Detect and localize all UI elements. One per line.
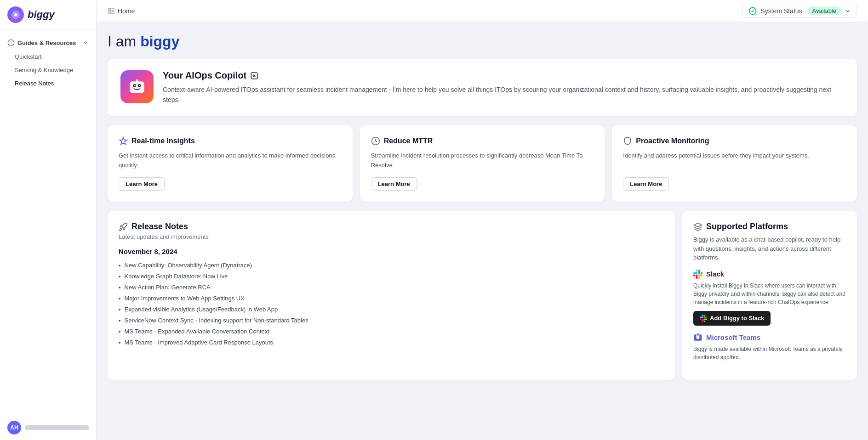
system-status-label: System Status: — [760, 7, 804, 15]
platforms-subtitle: Biggy is available as a chat-based copil… — [693, 235, 846, 262]
svg-rect-10 — [130, 81, 144, 93]
rocket-icon — [119, 222, 128, 231]
svg-point-13 — [134, 85, 136, 86]
nav-section-label: Guides & Resources — [17, 39, 76, 46]
user-name — [25, 425, 89, 430]
release-date: November 8, 2024 — [119, 248, 664, 255]
sidebar-item-quickstart[interactable]: Quickstart — [0, 50, 96, 63]
list-item: New Capability: Observability Agent (Dyn… — [119, 260, 664, 271]
list-item: Knowledge Graph Datastore: Now Live — [119, 271, 664, 282]
list-item: MS Teams - Expanded Available Conversati… — [119, 326, 664, 337]
list-item: ServiceNow Context Sync - Indexing suppo… — [119, 315, 664, 326]
release-notes-subtitle: Latest updates and improvements — [119, 233, 664, 240]
feature-monitoring-learn-more[interactable]: Learn More — [623, 177, 669, 191]
svg-marker-21 — [694, 223, 702, 227]
slack-name: Slack — [693, 270, 846, 279]
copilot-card: Your AIOps Copilot Context-aware AI-powe… — [108, 59, 857, 116]
svg-rect-8 — [108, 11, 111, 14]
main-area: Home System Status: Available I am biggy — [97, 0, 868, 440]
add-to-slack-button[interactable]: Add Biggy to Slack — [693, 311, 771, 326]
feature-row: Real-time Insights Get instant access to… — [108, 125, 857, 202]
feature-monitoring-desc: Identify and address potential issues be… — [623, 151, 846, 170]
slack-description: Quickly install Biggy in Slack where use… — [693, 282, 846, 306]
list-item: Major Improvements to Web App Settings U… — [119, 293, 664, 304]
sidebar-logo: biggy — [0, 0, 96, 30]
copilot-description: Context-aware AI-powered ITOps assistant… — [163, 85, 844, 105]
release-notes-title: Release Notes — [119, 222, 664, 231]
sidebar: biggy Guides & Resources Quickstart Sens… — [0, 0, 97, 440]
feature-insights-learn-more[interactable]: Learn More — [119, 177, 165, 191]
hero-brand: biggy — [140, 33, 179, 50]
hero-title: I am biggy — [108, 33, 857, 50]
slack-icon — [693, 270, 702, 279]
layers-icon — [693, 222, 702, 231]
status-check-icon — [748, 7, 757, 15]
feature-card-insights: Real-time Insights Get instant access to… — [108, 125, 353, 202]
svg-rect-5 — [108, 8, 111, 11]
release-list: New Capability: Observability Agent (Dyn… — [119, 260, 664, 348]
feature-insights-desc: Get instant access to critical informati… — [119, 151, 342, 170]
svg-point-1 — [14, 13, 17, 16]
list-item: Expanded visible Analytics (Usage/Feedba… — [119, 304, 664, 315]
layout-icon — [108, 7, 115, 15]
teams-name: Microsoft Teams — [693, 333, 846, 342]
nav-section-guides[interactable]: Guides & Resources — [0, 35, 96, 50]
bottom-row: Release Notes Latest updates and improve… — [108, 211, 857, 380]
add-slack-label: Add Biggy to Slack — [710, 315, 764, 322]
content-area: I am biggy Your AIOps Copilot — [97, 22, 868, 440]
feature-card-monitoring: Proactive Monitoring Identify and addres… — [612, 125, 857, 202]
copilot-icon — [120, 70, 154, 103]
feature-mttr-desc: Streamline incident resolution processes… — [371, 151, 594, 170]
copilot-text: Your AIOps Copilot Context-aware AI-powe… — [163, 70, 844, 105]
sidebar-item-sensing[interactable]: Sensing & Knowledge — [0, 63, 96, 77]
sidebar-nav: Guides & Resources Quickstart Sensing & … — [0, 30, 96, 415]
status-chevron-icon — [845, 8, 851, 14]
status-badge: Available — [807, 6, 841, 15]
sidebar-bottom: AH — [0, 415, 96, 440]
avatar: AH — [7, 421, 21, 434]
hero-prefix: I am — [108, 33, 140, 50]
teams-description: Biggy is made available within Microsoft… — [693, 345, 846, 361]
feature-monitoring-title: Proactive Monitoring — [623, 136, 846, 146]
topbar: Home System Status: Available — [97, 0, 868, 22]
logo-text: biggy — [28, 9, 55, 21]
clock-icon — [371, 136, 380, 146]
feature-mttr-learn-more[interactable]: Learn More — [371, 177, 417, 191]
sidebar-item-release-notes[interactable]: Release Notes — [0, 77, 96, 90]
slack-section: Slack Quickly install Biggy in Slack whe… — [693, 270, 846, 326]
feature-mttr-title: Reduce MTTR — [371, 136, 594, 146]
teams-section: Microsoft Teams Biggy is made available … — [693, 333, 846, 361]
platforms-title: Supported Platforms — [693, 222, 846, 231]
sparkle-icon — [119, 136, 128, 146]
svg-rect-7 — [112, 11, 114, 14]
svg-point-14 — [139, 85, 141, 86]
svg-rect-22 — [697, 333, 699, 336]
logo-icon — [7, 6, 24, 23]
chevron-down-icon — [82, 39, 89, 46]
shield-icon — [623, 136, 632, 146]
breadcrumb: Home — [108, 7, 135, 15]
list-item: MS Teams - Improved Adaptive Card Respon… — [119, 337, 664, 348]
slack-button-icon — [700, 315, 707, 322]
svg-rect-6 — [112, 8, 114, 11]
copilot-info-icon — [250, 72, 258, 80]
feature-insights-title: Real-time Insights — [119, 136, 342, 146]
platforms-card: Supported Platforms Biggy is available a… — [682, 211, 857, 380]
guides-icon — [7, 39, 15, 46]
feature-card-mttr: Reduce MTTR Streamline incident resoluti… — [360, 125, 605, 202]
list-item: New Action Plan: Generate RCA — [119, 282, 664, 293]
system-status[interactable]: System Status: Available — [742, 4, 857, 18]
teams-icon — [693, 333, 702, 342]
copilot-title: Your AIOps Copilot — [163, 70, 844, 81]
breadcrumb-home[interactable]: Home — [118, 7, 135, 15]
release-notes-card: Release Notes Latest updates and improve… — [108, 211, 675, 380]
